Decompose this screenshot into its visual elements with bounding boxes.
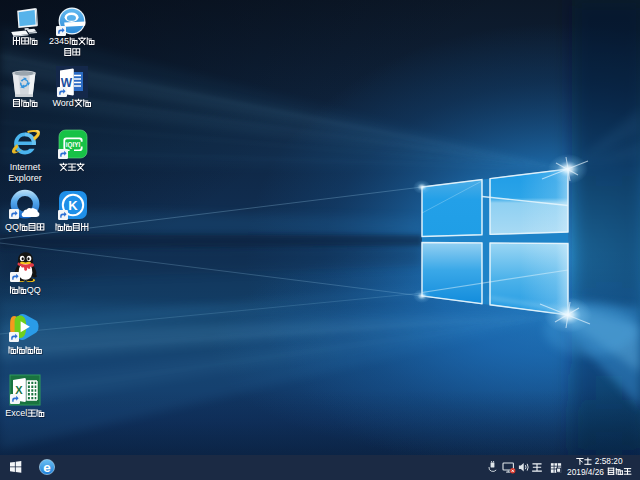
svg-text:2019/4/26: 2019/4/26 — [567, 467, 604, 477]
svg-text:2:58:20: 2:58:20 — [595, 456, 623, 466]
